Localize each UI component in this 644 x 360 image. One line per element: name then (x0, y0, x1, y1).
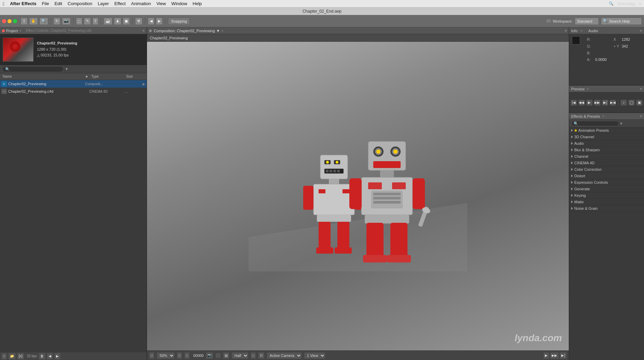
selection-tool[interactable]: ⇧ (21, 17, 28, 25)
search-help-input[interactable]: 🔍 Search Help (601, 17, 642, 25)
audio-tab[interactable]: Audio (588, 29, 598, 33)
new-comp-btn[interactable]: □ (1, 353, 7, 360)
preview-options[interactable]: ▣ (636, 100, 643, 106)
preview-play[interactable]: ▶ (586, 100, 593, 106)
menu-after-effects[interactable]: After Effects (10, 1, 36, 6)
effects-category-cinema4d[interactable]: CINEMA 4D (569, 160, 644, 166)
rotate-tool[interactable]: ↻ (53, 17, 61, 25)
effect-controls-tab[interactable]: Effect Controls: Chapter02_Previewing.c4… (26, 29, 91, 33)
effects-search-dropdown[interactable]: ▼ (620, 122, 623, 125)
preview-to-start[interactable]: |◀ (571, 100, 577, 106)
col-type-header[interactable]: Type (90, 75, 124, 78)
effects-category-matte[interactable]: Matte (569, 199, 644, 205)
effects-category-channel[interactable]: Channel (569, 153, 644, 160)
preview-to-end[interactable]: ▶| (602, 100, 608, 106)
effects-category-3d-channel[interactable]: 3D Channel (569, 134, 644, 140)
preview-tab-close[interactable]: ✕ (587, 87, 589, 91)
effects-category-noise-grain[interactable]: Noise & Grain (569, 205, 644, 212)
nav-left[interactable]: ◀ (148, 17, 155, 25)
frame-fit-btn[interactable]: □ (177, 352, 182, 359)
effects-category-animation-presets[interactable]: ✱ Animation Presets (569, 127, 644, 134)
info-panel-menu[interactable]: ≡ (640, 29, 642, 33)
comp-dropdown-icon[interactable]: ▼ (216, 29, 220, 33)
effects-category-distort[interactable]: Distort (569, 173, 644, 179)
menu-animation[interactable]: Animation (131, 1, 151, 6)
text-tool[interactable]: T (92, 17, 99, 25)
project-tab[interactable]: Project ✕ (2, 29, 22, 33)
col-name-header[interactable]: Name (1, 75, 83, 78)
clone-tool[interactable]: ♟ (114, 17, 121, 25)
arrow-left[interactable]: ◀ (47, 353, 53, 360)
menu-composition[interactable]: Composition (68, 1, 92, 6)
file-options-0[interactable]: ▶ (143, 82, 145, 86)
screen-btn[interactable]: □ (251, 352, 256, 359)
zoom-select[interactable]: 50% (157, 352, 175, 359)
panel-close-btn[interactable] (2, 29, 5, 32)
preview-fwd-frame[interactable]: ▶▶ (594, 100, 601, 106)
3d-mode-icon[interactable]: 3D (546, 19, 551, 23)
effects-search-input[interactable] (571, 121, 619, 126)
effects-category-audio[interactable]: Audio (569, 140, 644, 147)
view-select[interactable]: 1 View (304, 352, 325, 359)
preview-ram[interactable]: ◯ (628, 100, 635, 106)
color-btn[interactable] (215, 353, 221, 358)
effects-category-color-correction[interactable]: Color Correction (569, 166, 644, 173)
transparency-btn[interactable]: ▤ (223, 352, 229, 359)
comp-end-btn[interactable]: ▶| (560, 352, 567, 359)
menu-window[interactable]: Window (171, 1, 187, 6)
arrow-right[interactable]: ▶ (54, 353, 61, 360)
delete-item-btn[interactable]: 🗑 (39, 353, 45, 360)
camera-tool[interactable]: 📷 (62, 17, 71, 25)
export-btn[interactable]: ▶▶ (550, 352, 559, 359)
comp-viewport[interactable]: lynda.com (147, 42, 569, 350)
frame-prev-btn[interactable]: □ (149, 352, 155, 359)
col-size-header[interactable]: Size (125, 75, 145, 78)
quality-select[interactable]: Half (231, 352, 249, 359)
eraser-tool[interactable]: ◼ (123, 17, 130, 25)
comp-tab-close[interactable]: ✕ (221, 29, 224, 33)
frame-fullscreen-btn[interactable]: □ (184, 352, 190, 359)
hand-tool[interactable]: ✋ (29, 17, 38, 25)
menu-help[interactable]: Help (193, 1, 202, 6)
camera-select[interactable]: Active Camera (267, 352, 302, 359)
menu-file[interactable]: File (42, 1, 49, 6)
preview-mute[interactable]: ♪ (620, 100, 627, 106)
comp-tab[interactable]: Composition: Chapter02_Previewing ▼ ✕ (154, 29, 224, 33)
effects-category-blur-sharpen[interactable]: Blur & Sharpen (569, 147, 644, 153)
effects-category-generate[interactable]: Generate (569, 186, 644, 192)
effects-tab-label[interactable]: Effects & Presets (571, 114, 600, 118)
rect-tool[interactable]: □ (76, 17, 82, 25)
preview-tab-label[interactable]: Preview (571, 87, 585, 91)
project-tab-label[interactable]: Project (6, 29, 18, 33)
zoom-tool[interactable]: 🔍 (39, 17, 48, 25)
panel-menu-btn[interactable]: ≡ (143, 29, 145, 33)
snapshot-btn[interactable]: 📷 (206, 352, 213, 359)
menu-edit[interactable]: Edit (54, 1, 62, 6)
info-tab-close[interactable]: ✕ (580, 29, 583, 33)
render-btn[interactable]: ▶ (543, 352, 549, 359)
info-tab[interactable]: Info (571, 29, 577, 33)
effects-category-keying[interactable]: Keying (569, 192, 644, 199)
preview-loop[interactable]: ▶◀ (610, 100, 616, 106)
search-options[interactable]: ▼ (65, 67, 68, 71)
effects-panel-menu[interactable]: ≡ (640, 114, 642, 118)
pen-tool[interactable]: ✎ (84, 17, 91, 25)
comp-panel-menu[interactable]: ≡ (565, 29, 567, 33)
effects-tab-close[interactable]: ✕ (602, 115, 605, 118)
new-folder-btn[interactable]: 📁 (8, 353, 16, 360)
minimize-button[interactable] (8, 19, 12, 23)
workspace-select[interactable]: Standard (575, 17, 599, 25)
menu-effect[interactable]: Effect (115, 1, 126, 6)
preview-panel-menu[interactable]: ≡ (640, 87, 642, 91)
close-button[interactable] (2, 19, 6, 23)
menu-view[interactable]: View (156, 1, 166, 6)
menu-layer[interactable]: Layer (98, 1, 109, 6)
puppet-tool[interactable]: ☢ (135, 17, 143, 25)
brush-tool[interactable]: ☕ (104, 17, 112, 25)
preview-back-frame[interactable]: ◀◀ (578, 100, 585, 106)
grid-btn[interactable]: ☷ (258, 352, 265, 359)
maximize-button[interactable] (13, 19, 17, 23)
snapping-toggle[interactable]: Snapping (168, 17, 190, 25)
nav-right[interactable]: ▶ (156, 17, 163, 25)
list-item[interactable]: C4 Chapter02_Previewing.c4d CINEMA 4D ..… (0, 88, 147, 95)
